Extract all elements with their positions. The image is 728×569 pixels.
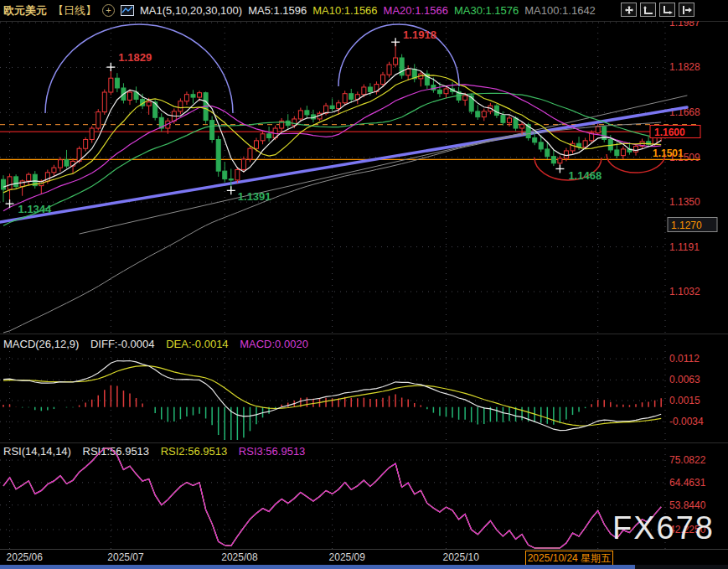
time-label: 2025/08 <box>221 551 257 563</box>
svg-text:-0.0034: -0.0034 <box>669 416 704 427</box>
svg-text:1.1350: 1.1350 <box>669 196 700 208</box>
svg-text:1.1600: 1.1600 <box>654 127 685 138</box>
period-label: 【日线】 <box>53 3 96 18</box>
chart-toolbar <box>621 3 694 17</box>
svg-text:53.8440: 53.8440 <box>669 499 706 511</box>
ma10-value: MA10:1.1566 <box>312 4 377 17</box>
toolbar-move-icon[interactable] <box>621 3 637 17</box>
ma5-value: MA5:1.1596 <box>248 4 307 17</box>
toolbar-scale-x-icon[interactable] <box>659 3 675 17</box>
svg-text:0.0063: 0.0063 <box>669 374 700 385</box>
time-axis: 2025/062025/072025/082025/092025/102025/… <box>0 549 728 566</box>
symbol-title: 欧元美元 <box>3 3 47 18</box>
toolbar-pan-right-icon[interactable] <box>679 3 694 17</box>
svg-text:1.1391: 1.1391 <box>238 190 271 203</box>
main-price-chart[interactable]: 1.19871.18281.16681.15091.13501.11911.10… <box>0 21 728 334</box>
svg-text:64.4631: 64.4631 <box>669 477 706 489</box>
svg-text:1.1829: 1.1829 <box>118 51 152 64</box>
chart-header: 欧元美元 【日线】 + MA1(5,10,20,30,100) MA5:1.15… <box>0 0 728 21</box>
time-label: 2025/09 <box>329 551 365 563</box>
svg-text:1.1270: 1.1270 <box>671 220 702 231</box>
chart-type-icon[interactable] <box>121 5 134 16</box>
svg-text:1.1987: 1.1987 <box>669 21 700 28</box>
svg-text:1.1918: 1.1918 <box>403 28 436 41</box>
ma100-value: MA100:1.1642 <box>524 4 596 17</box>
time-label: 2025/10 <box>443 551 479 563</box>
svg-text:1.1032: 1.1032 <box>669 286 700 297</box>
time-label: 2025/07 <box>107 551 143 563</box>
add-indicator-icon[interactable]: + <box>102 4 115 17</box>
scrollbar-thumb[interactable] <box>0 565 635 569</box>
fx678-watermark: FX678 <box>612 510 715 546</box>
ma20-value: MA20:1.1566 <box>384 4 448 17</box>
svg-text:1.1468: 1.1468 <box>568 169 602 182</box>
macd-panel-plot[interactable]: 0.01120.00630.0015-0.0034 <box>0 334 728 442</box>
svg-text:1.1191: 1.1191 <box>669 241 700 253</box>
svg-text:0.0112: 0.0112 <box>669 353 700 365</box>
svg-text:0.0015: 0.0015 <box>669 395 700 406</box>
svg-text:1.1828: 1.1828 <box>669 61 700 73</box>
svg-text:1.1501: 1.1501 <box>653 147 684 159</box>
ma-group-label: MA1(5,10,20,30,100) <box>140 4 242 17</box>
time-label: 2025/06 <box>7 551 43 563</box>
svg-text:75.0822: 75.0822 <box>669 454 706 466</box>
toolbar-scale-y-icon[interactable] <box>640 3 656 17</box>
trading-chart-window: 欧元美元 【日线】 + MA1(5,10,20,30,100) MA5:1.15… <box>0 0 728 569</box>
ma30-value: MA30:1.1576 <box>454 4 519 17</box>
svg-text:1.1344: 1.1344 <box>18 203 53 215</box>
